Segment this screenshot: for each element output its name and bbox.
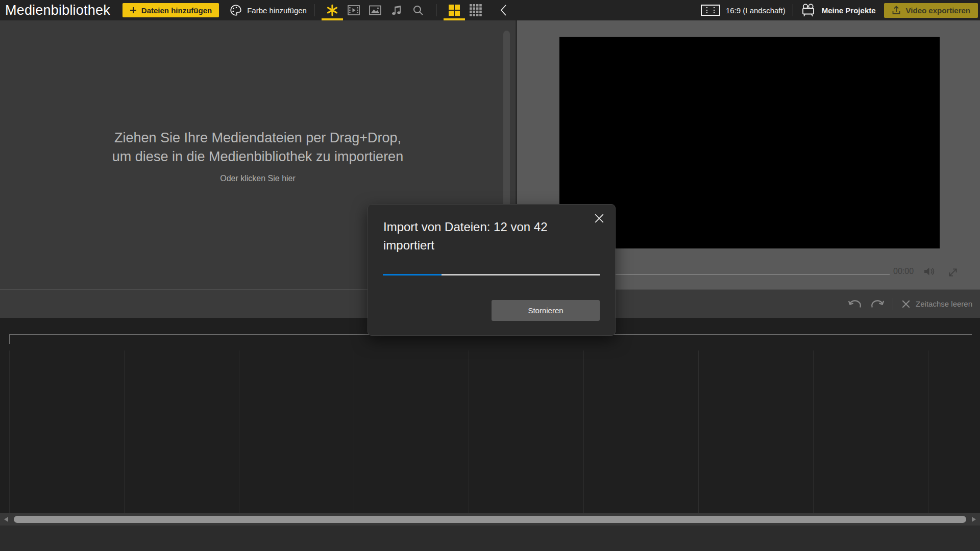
timeline-grid — [9, 350, 930, 513]
view-grid-large-button[interactable] — [444, 0, 465, 20]
add-files-label: Dateien hinzufügen — [141, 6, 212, 15]
add-color-label: Farbe hinzufügen — [247, 6, 307, 15]
import-progress-fill — [383, 274, 442, 276]
export-video-label: Video exportieren — [906, 6, 970, 15]
fullscreen-button[interactable] — [947, 267, 959, 278]
dialog-close-button[interactable] — [593, 212, 606, 225]
my-projects-label: Meine Projekte — [822, 6, 876, 15]
grid-large-icon — [448, 4, 461, 17]
image-media-icon — [369, 4, 382, 16]
tab-image-media[interactable] — [364, 0, 386, 20]
add-icon — [130, 7, 137, 14]
upload-icon — [892, 6, 901, 15]
media-dropzone[interactable]: Ziehen Sie Ihre Mediendateien per Drag+D… — [0, 129, 516, 183]
top-bar: Medienbibliothek Dateien hinzufügen Farb… — [0, 0, 980, 20]
dialog-title: Import von Dateien: 12 von 42 importiert — [383, 218, 592, 255]
aspect-ratio-label: 16:9 (Landschaft) — [726, 6, 786, 15]
palette-icon — [229, 4, 242, 17]
timeline-panel[interactable] — [0, 318, 980, 513]
add-color-button[interactable]: Farbe hinzufügen — [229, 4, 307, 17]
close-icon — [594, 213, 604, 223]
my-projects-button[interactable]: Meine Projekte — [800, 3, 876, 17]
video-editor-app: Medienbibliothek Dateien hinzufügen Farb… — [0, 0, 980, 551]
tab-starred-media[interactable] — [322, 0, 343, 20]
tab-video-media[interactable] — [343, 0, 364, 20]
aspect-ratio-icon — [700, 4, 721, 17]
video-canvas — [559, 37, 940, 248]
undo-icon — [847, 298, 864, 310]
divider — [893, 298, 893, 310]
volume-button[interactable] — [923, 266, 936, 277]
projects-camera-icon — [800, 3, 817, 17]
redo-button[interactable] — [866, 295, 888, 313]
timeline-scrollbar[interactable] — [0, 513, 980, 525]
playback-time: 00:00 — [893, 267, 914, 276]
import-progress-bar — [383, 274, 600, 276]
volume-icon — [923, 266, 936, 277]
add-files-button[interactable]: Dateien hinzufügen — [122, 3, 219, 17]
collapse-panel-button[interactable] — [496, 0, 511, 20]
video-media-icon — [347, 4, 360, 16]
aspect-ratio-button[interactable]: 16:9 (Landschaft) — [700, 4, 786, 17]
collapse-panel-icon — [500, 4, 507, 16]
dropzone-line1: Ziehen Sie Ihre Mediendateien per Drag+D… — [0, 129, 516, 147]
view-grid-small-button[interactable] — [465, 0, 486, 20]
undo-button[interactable] — [845, 295, 866, 313]
bottom-strip — [0, 525, 980, 551]
clear-timeline-button[interactable]: Zeitachse leeren — [901, 299, 972, 309]
clear-timeline-icon — [901, 299, 911, 309]
timeline-ruler-tick — [9, 334, 10, 344]
export-video-button[interactable]: Video exportieren — [884, 3, 978, 18]
grid-small-icon — [469, 4, 482, 17]
dropzone-hint: Oder klicken Sie hier — [0, 174, 516, 183]
divider — [314, 4, 314, 16]
starred-media-icon — [326, 4, 339, 17]
redo-icon — [869, 298, 885, 310]
divider — [436, 4, 436, 16]
fullscreen-icon — [947, 267, 959, 278]
cancel-import-label: Stornieren — [528, 306, 563, 315]
search-icon — [412, 4, 424, 16]
top-bar-right: 16:9 (Landschaft) Meine Projekte — [700, 3, 978, 18]
import-progress-dialog: Import von Dateien: 12 von 42 importiert… — [368, 204, 616, 336]
clear-timeline-label: Zeitachse leeren — [916, 299, 972, 308]
cancel-import-button[interactable]: Stornieren — [492, 300, 600, 321]
tab-search-media[interactable] — [407, 0, 429, 20]
scroll-right-icon[interactable] — [972, 517, 976, 522]
scroll-left-icon[interactable] — [4, 517, 8, 522]
tab-music-media[interactable] — [386, 0, 407, 20]
dropzone-line2: um diese in die Medienbibliothek zu impo… — [0, 147, 516, 166]
page-title: Medienbibliothek — [5, 3, 110, 18]
music-media-icon — [390, 4, 403, 16]
divider — [793, 4, 793, 16]
timeline-scrollbar-thumb[interactable] — [14, 516, 966, 523]
